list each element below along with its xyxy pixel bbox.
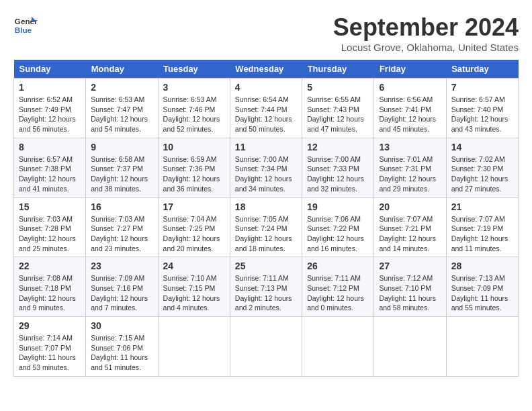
- title-area: September 2024 Locust Grove, Oklahoma, U…: [333, 13, 519, 53]
- day-info: Sunrise: 7:00 AM Sunset: 7:34 PM Dayligh…: [235, 154, 297, 194]
- col-header-tuesday: Tuesday: [158, 60, 230, 79]
- day-number: 15: [19, 201, 81, 212]
- logo: General Blue: [13, 13, 40, 38]
- day-cell: 18 Sunrise: 7:05 AM Sunset: 7:24 PM Dayl…: [230, 197, 302, 257]
- day-info: Sunrise: 7:15 AM Sunset: 7:06 PM Dayligh…: [91, 333, 152, 373]
- location: Locust Grove, Oklahoma, United States: [333, 42, 519, 53]
- day-number: 14: [451, 142, 513, 152]
- calendar-table: SundayMondayTuesdayWednesdayThursdayFrid…: [13, 60, 519, 377]
- day-info: Sunrise: 7:13 AM Sunset: 7:09 PM Dayligh…: [451, 273, 513, 313]
- day-cell: 11 Sunrise: 7:00 AM Sunset: 7:34 PM Dayl…: [230, 138, 302, 197]
- day-cell: 9 Sunrise: 6:58 AM Sunset: 7:37 PM Dayli…: [86, 138, 158, 197]
- day-cell: 14 Sunrise: 7:02 AM Sunset: 7:30 PM Dayl…: [446, 138, 518, 197]
- day-cell: 24 Sunrise: 7:10 AM Sunset: 7:15 PM Dayl…: [158, 257, 230, 317]
- day-cell: 17 Sunrise: 7:04 AM Sunset: 7:25 PM Dayl…: [158, 197, 230, 257]
- day-cell: 5 Sunrise: 6:55 AM Sunset: 7:43 PM Dayli…: [302, 79, 374, 138]
- day-info: Sunrise: 6:55 AM Sunset: 7:43 PM Dayligh…: [307, 95, 369, 134]
- day-number: 18: [235, 201, 297, 212]
- day-info: Sunrise: 7:11 AM Sunset: 7:12 PM Dayligh…: [307, 273, 369, 313]
- calendar-week-row: 29 Sunrise: 7:14 AM Sunset: 7:07 PM Dayl…: [14, 317, 519, 377]
- day-cell: 27 Sunrise: 7:12 AM Sunset: 7:10 PM Dayl…: [374, 257, 446, 317]
- page-header: General Blue September 2024 Locust Grove…: [13, 13, 519, 53]
- day-info: Sunrise: 6:56 AM Sunset: 7:41 PM Dayligh…: [379, 95, 441, 134]
- col-header-saturday: Saturday: [446, 60, 518, 79]
- day-number: 17: [163, 201, 225, 212]
- day-info: Sunrise: 7:03 AM Sunset: 7:27 PM Dayligh…: [91, 214, 152, 254]
- day-info: Sunrise: 7:09 AM Sunset: 7:16 PM Dayligh…: [91, 273, 152, 313]
- day-number: 5: [307, 82, 369, 93]
- day-number: 16: [91, 201, 152, 212]
- day-number: 12: [307, 142, 369, 152]
- day-info: Sunrise: 7:14 AM Sunset: 7:07 PM Dayligh…: [19, 333, 81, 373]
- day-number: 4: [235, 82, 297, 93]
- day-info: Sunrise: 7:01 AM Sunset: 7:31 PM Dayligh…: [379, 154, 441, 194]
- day-cell: 29 Sunrise: 7:14 AM Sunset: 7:07 PM Dayl…: [14, 317, 86, 377]
- day-info: Sunrise: 6:54 AM Sunset: 7:44 PM Dayligh…: [235, 95, 297, 134]
- day-cell: 28 Sunrise: 7:13 AM Sunset: 7:09 PM Dayl…: [446, 257, 518, 317]
- day-info: Sunrise: 7:00 AM Sunset: 7:33 PM Dayligh…: [307, 154, 369, 194]
- day-cell: 15 Sunrise: 7:03 AM Sunset: 7:28 PM Dayl…: [14, 197, 86, 257]
- day-info: Sunrise: 7:06 AM Sunset: 7:22 PM Dayligh…: [307, 214, 369, 254]
- day-cell: 21 Sunrise: 7:07 AM Sunset: 7:19 PM Dayl…: [446, 197, 518, 257]
- day-number: 24: [163, 261, 225, 271]
- day-cell: 25 Sunrise: 7:11 AM Sunset: 7:13 PM Dayl…: [230, 257, 302, 317]
- day-info: Sunrise: 6:57 AM Sunset: 7:38 PM Dayligh…: [19, 154, 81, 194]
- day-number: 6: [379, 82, 441, 93]
- day-info: Sunrise: 7:10 AM Sunset: 7:15 PM Dayligh…: [163, 273, 225, 313]
- day-number: 11: [235, 142, 297, 152]
- day-info: Sunrise: 7:02 AM Sunset: 7:30 PM Dayligh…: [451, 154, 513, 194]
- day-number: 22: [19, 261, 81, 271]
- col-header-sunday: Sunday: [14, 60, 86, 79]
- day-info: Sunrise: 7:03 AM Sunset: 7:28 PM Dayligh…: [19, 214, 81, 254]
- day-number: 1: [19, 82, 81, 93]
- calendar-week-row: 8 Sunrise: 6:57 AM Sunset: 7:38 PM Dayli…: [14, 138, 519, 197]
- day-number: 20: [379, 201, 441, 212]
- month-title: September 2024: [333, 13, 519, 42]
- day-cell: 23 Sunrise: 7:09 AM Sunset: 7:16 PM Dayl…: [86, 257, 158, 317]
- day-cell: 2 Sunrise: 6:53 AM Sunset: 7:47 PM Dayli…: [86, 79, 158, 138]
- calendar-week-row: 22 Sunrise: 7:08 AM Sunset: 7:18 PM Dayl…: [14, 257, 519, 317]
- day-info: Sunrise: 7:08 AM Sunset: 7:18 PM Dayligh…: [19, 273, 81, 313]
- svg-text:Blue: Blue: [15, 26, 32, 34]
- empty-cell: [374, 317, 446, 377]
- day-info: Sunrise: 7:11 AM Sunset: 7:13 PM Dayligh…: [235, 273, 297, 313]
- day-cell: 1 Sunrise: 6:52 AM Sunset: 7:49 PM Dayli…: [14, 79, 86, 138]
- day-info: Sunrise: 7:12 AM Sunset: 7:10 PM Dayligh…: [379, 273, 441, 313]
- empty-cell: [230, 317, 302, 377]
- day-cell: 4 Sunrise: 6:54 AM Sunset: 7:44 PM Dayli…: [230, 79, 302, 138]
- day-cell: 19 Sunrise: 7:06 AM Sunset: 7:22 PM Dayl…: [302, 197, 374, 257]
- day-cell: 7 Sunrise: 6:57 AM Sunset: 7:40 PM Dayli…: [446, 79, 518, 138]
- day-number: 13: [379, 142, 441, 152]
- day-number: 29: [19, 320, 81, 331]
- day-number: 3: [163, 82, 225, 93]
- day-number: 30: [91, 320, 152, 331]
- day-info: Sunrise: 7:05 AM Sunset: 7:24 PM Dayligh…: [235, 214, 297, 254]
- day-cell: 30 Sunrise: 7:15 AM Sunset: 7:06 PM Dayl…: [86, 317, 158, 377]
- day-number: 8: [19, 142, 81, 152]
- empty-cell: [446, 317, 518, 377]
- day-info: Sunrise: 6:52 AM Sunset: 7:49 PM Dayligh…: [19, 95, 81, 134]
- col-header-monday: Monday: [86, 60, 158, 79]
- day-cell: 22 Sunrise: 7:08 AM Sunset: 7:18 PM Dayl…: [14, 257, 86, 317]
- day-info: Sunrise: 7:04 AM Sunset: 7:25 PM Dayligh…: [163, 214, 225, 254]
- day-cell: 26 Sunrise: 7:11 AM Sunset: 7:12 PM Dayl…: [302, 257, 374, 317]
- logo-icon: General Blue: [13, 13, 38, 38]
- day-number: 28: [451, 261, 513, 271]
- day-cell: 20 Sunrise: 7:07 AM Sunset: 7:21 PM Dayl…: [374, 197, 446, 257]
- col-header-thursday: Thursday: [302, 60, 374, 79]
- empty-cell: [302, 317, 374, 377]
- calendar-week-row: 1 Sunrise: 6:52 AM Sunset: 7:49 PM Dayli…: [14, 79, 519, 138]
- day-number: 27: [379, 261, 441, 271]
- day-number: 19: [307, 201, 369, 212]
- day-number: 9: [91, 142, 152, 152]
- day-cell: 12 Sunrise: 7:00 AM Sunset: 7:33 PM Dayl…: [302, 138, 374, 197]
- day-number: 23: [91, 261, 152, 271]
- day-cell: 10 Sunrise: 6:59 AM Sunset: 7:36 PM Dayl…: [158, 138, 230, 197]
- day-info: Sunrise: 6:57 AM Sunset: 7:40 PM Dayligh…: [451, 95, 513, 134]
- day-info: Sunrise: 7:07 AM Sunset: 7:19 PM Dayligh…: [451, 214, 513, 254]
- day-info: Sunrise: 6:58 AM Sunset: 7:37 PM Dayligh…: [91, 154, 152, 194]
- day-cell: 13 Sunrise: 7:01 AM Sunset: 7:31 PM Dayl…: [374, 138, 446, 197]
- col-header-friday: Friday: [374, 60, 446, 79]
- day-cell: 8 Sunrise: 6:57 AM Sunset: 7:38 PM Dayli…: [14, 138, 86, 197]
- day-info: Sunrise: 6:53 AM Sunset: 7:47 PM Dayligh…: [91, 95, 152, 134]
